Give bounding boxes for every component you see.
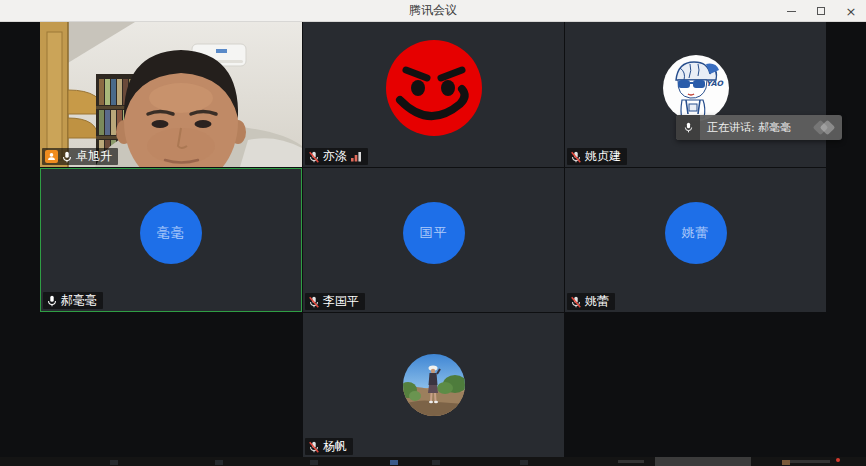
webcam-video [40,22,302,167]
empty-cell [565,313,826,457]
name-tag: 杨帆 [305,438,353,455]
participant-name: 姚贞建 [585,148,621,165]
mic-muted-icon [308,295,320,309]
taskbar-icon[interactable] [215,460,223,465]
participant-tile-liguoping[interactable]: 国平 李国平 [303,168,564,312]
empty-cell [40,313,302,457]
taskbar-active-window[interactable] [655,457,751,466]
mic-muted-icon [308,150,320,164]
participant-tile-haohaohao[interactable]: 毫毫 郝毫毫 [40,168,302,312]
name-tag: 卓旭升 [42,148,118,165]
participant-tile-yidi[interactable]: 亦涤 [303,22,564,167]
windows-taskbar[interactable] [0,457,866,466]
participant-tile-yaolei[interactable]: 姚蕾 姚蕾 [565,168,826,312]
avatar-initials: 国平 [420,224,448,242]
initials-avatar: 姚蕾 [665,202,727,264]
meeting-window: 腾讯会议 × [0,0,866,466]
participant-name: 姚蕾 [585,293,609,310]
mic-muted-icon [570,295,582,309]
taskbar-icon[interactable] [310,460,318,465]
avatar-text: YAO [706,79,725,88]
avatar-initials: 毫毫 [157,224,185,242]
avatar-initials: 姚蕾 [682,224,710,242]
toast-mic-icon [676,115,700,140]
speaking-toast-text: 正在讲话: 郝毫毫 [700,120,795,135]
cartoon-avatar: YAO [662,54,730,122]
window-title: 腾讯会议 [409,2,457,19]
mic-muted-icon [570,150,582,164]
meeting-stage: 卓旭升 [0,22,866,457]
minimize-button[interactable] [776,0,806,22]
participant-tile-yaozhenjian[interactable]: YAO 姚贞建 [565,22,826,167]
taskbar-clock [790,460,830,463]
restore-button[interactable] [806,0,836,22]
photo-avatar [403,354,465,416]
participant-name: 郝毫毫 [61,292,97,309]
name-tag: 姚蕾 [567,293,615,310]
window-controls: × [776,0,866,22]
taskbar-icon[interactable] [390,460,398,465]
taskbar-icon[interactable] [520,460,528,465]
taskbar-icon[interactable] [432,460,440,465]
close-button[interactable]: × [836,0,866,22]
participant-tile-yangfan[interactable]: 杨帆 [303,313,564,457]
initials-avatar: 国平 [403,202,465,264]
name-tag: 郝毫毫 [43,292,103,309]
network-signal-icon [350,151,362,162]
speaking-toast: 正在讲话: 郝毫毫 [676,115,842,140]
participant-name: 卓旭升 [76,148,112,165]
restore-icon [817,7,825,15]
minimize-icon [787,11,796,12]
taskbar-tray-icon[interactable] [782,460,790,465]
initials-avatar: 毫毫 [140,202,202,264]
host-icon [45,150,58,163]
name-tag: 李国平 [305,293,365,310]
participant-grid: 卓旭升 [40,22,826,457]
name-tag: 姚贞建 [567,148,627,165]
mic-on-icon [46,294,58,308]
participant-name: 亦涤 [323,148,347,165]
mic-muted-icon [308,440,320,454]
toast-decoration [815,122,842,133]
title-bar[interactable]: 腾讯会议 × [0,0,866,22]
notification-dot [836,458,840,462]
name-tag: 亦涤 [305,148,368,165]
taskbar-icon[interactable] [110,460,118,465]
participant-tile-zhuoxusheng[interactable]: 卓旭升 [40,22,302,167]
participant-name: 李国平 [323,293,359,310]
smiley-avatar [384,38,484,138]
taskbar-battery-indicator [618,460,644,463]
mic-on-icon [61,150,73,164]
participant-name: 杨帆 [323,438,347,455]
